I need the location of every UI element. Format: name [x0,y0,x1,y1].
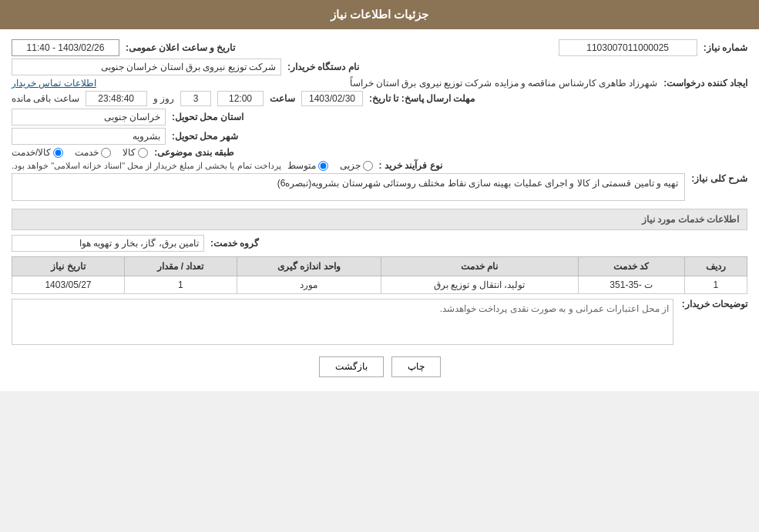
content-area: شماره نیاز: 1103007011000025 تاریخ و ساع… [0,29,759,391]
page-container: جزئیات اطلاعات نیاز شماره نیاز: 11030070… [0,0,759,391]
general-desc-label: شرح کلی نیاز: [691,173,747,184]
cell-quantity: 1 [124,276,237,294]
deadline-remaining: 23:48:40 [86,91,147,106]
purchase-type-label: نوع فرآیند خرید : [379,160,442,171]
row-general-desc: شرح کلی نیاز: تهیه و تامین قسمتی از کالا… [12,173,747,201]
cell-service-name: تولید، انتقال و توزیع برق [381,276,578,294]
row-purchase-type: نوع فرآیند خرید : جزیی متوسط پرداخت تمام… [12,160,747,171]
deadline-remaining-label: ساعت باقی مانده [12,93,79,104]
creator-value: شهرزاد طاهری کارشناس مناقصه و مزایده شرک… [102,78,658,89]
page-header: جزئیات اطلاعات نیاز [0,0,759,29]
page-title: جزئیات اطلاعات نیاز [331,8,428,21]
deadline-days: 3 [180,91,211,106]
deadline-date: 1403/02/30 [301,91,363,106]
row-delivery-province: استان محل تحویل: خراسان جنوبی [12,109,747,125]
services-table: ردیف کد خدمت نام خدمت واحد اندازه گیری ت… [12,256,747,294]
deadline-time-label: ساعت [270,93,295,104]
announce-date-value: 1403/02/26 - 11:40 [12,39,119,56]
col-unit: واحد اندازه گیری [237,257,381,276]
deadline-time: 12:00 [217,91,264,106]
purchase-type-radio-group: جزیی متوسط [287,160,373,171]
category-radio-group: کالا خدمت کالا/خدمت [12,147,148,158]
purchase-type-note: پرداخت تمام یا بخشی از مبلغ خریدار از مح… [12,161,281,171]
buyer-org-label: نام دستگاه خریدار: [287,62,359,72]
row-need-number: شماره نیاز: 1103007011000025 تاریخ و ساع… [12,39,747,56]
purchase-type-jozii[interactable]: جزیی [340,160,373,171]
cell-row: 1 [684,276,747,294]
buyer-desc-textarea[interactable] [12,299,673,345]
category-label: طبقه بندی موضوعی: [154,147,234,158]
print-button[interactable]: چاپ [391,356,441,377]
cell-service-code: ت -35-351 [578,276,684,294]
row-creator: ایجاد کننده درخواست: شهرزاد طاهری کارشنا… [12,78,747,89]
row-buyer-desc: توضیحات خریدار: از محل اعتبارات عمرانی و… [12,299,747,347]
col-quantity: تعداد / مقدار [124,257,237,276]
purchase-type-radio-jozii[interactable] [363,161,373,171]
back-button[interactable]: بازگشت [319,356,384,377]
general-desc-value: تهیه و تامین قسمتی از کالا و اجرای عملیا… [12,173,685,201]
row-buyer-org: نام دستگاه خریدار: شرکت توزیع نیروی برق … [12,59,747,75]
row-delivery-city: شهر محل تحویل: بشرویه [12,128,747,145]
delivery-city-value: بشرویه [12,128,166,145]
buyer-org-value: شرکت توزیع نیروی برق استان خراسان جنوبی [12,59,281,75]
button-bar: چاپ بازگشت [12,356,747,377]
cell-unit: مورد [237,276,381,294]
cell-date: 1403/05/27 [12,276,125,294]
category-option-both[interactable]: کالا/خدمت [12,147,63,158]
row-deadline: مهلت ارسال پاسخ: تا تاریخ: 1403/02/30 سا… [12,91,747,106]
col-date: تاریخ نیاز [12,257,125,276]
services-section-title: اطلاعات خدمات مورد نیاز [12,209,747,230]
col-row: ردیف [684,257,747,276]
creator-link[interactable]: اطلاعات تماس خریدار [12,78,96,89]
category-option-khedmat[interactable]: خدمت [75,147,111,158]
category-radio-khedmat[interactable] [101,148,111,158]
delivery-city-label: شهر محل تحویل: [172,131,238,142]
category-option-kala[interactable]: کالا [123,147,148,158]
category-radio-kala[interactable] [138,148,148,158]
delivery-province-value: خراسان جنوبی [12,109,166,125]
table-row: 1 ت -35-351 تولید، انتقال و توزیع برق مو… [12,276,747,294]
purchase-type-radio-motavasset[interactable] [318,161,328,171]
deadline-days-label: روز و [153,93,174,104]
col-service-name: نام خدمت [381,257,578,276]
need-number-value: 1103007011000025 [559,39,697,56]
purchase-type-motavasset[interactable]: متوسط [287,160,328,171]
col-service-code: کد خدمت [578,257,684,276]
creator-label: ایجاد کننده درخواست: [663,78,747,89]
buyer-desc-label: توضیحات خریدار: [678,299,747,309]
service-group-label: گروه خدمت: [210,238,259,249]
announce-date-label: تاریخ و ساعت اعلان عمومی: [126,42,235,53]
row-category: طبقه بندی موضوعی: کالا خدمت کالا/خدمت [12,147,747,158]
deadline-label: مهلت ارسال پاسخ: تا تاریخ: [369,93,475,104]
delivery-province-label: استان محل تحویل: [172,112,243,122]
need-number-label: شماره نیاز: [704,42,747,53]
service-group-value: تامین برق، گاز، بخار و تهویه هوا [12,235,204,252]
category-radio-both[interactable] [53,148,63,158]
row-service-group: گروه خدمت: تامین برق، گاز، بخار و تهویه … [12,235,747,252]
